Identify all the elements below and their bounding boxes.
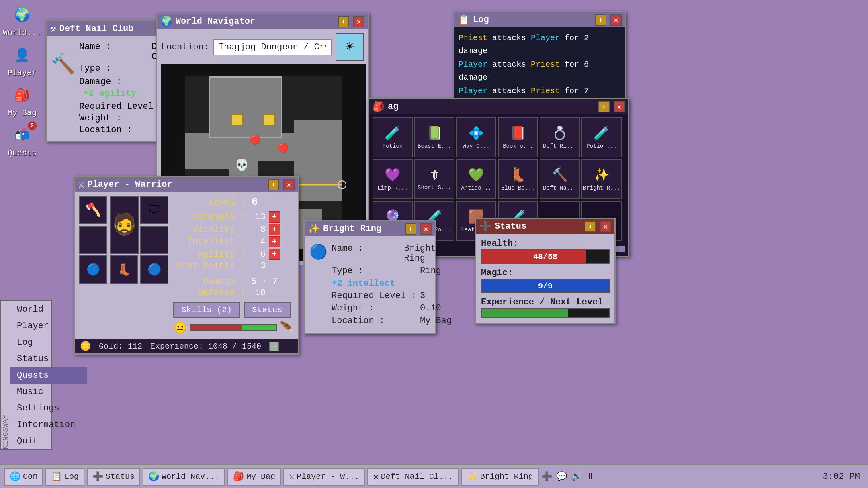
skills-button[interactable]: Skills (2) [173,302,240,318]
slot-empty2[interactable] [140,226,168,254]
status-minimize[interactable]: ⬇ [585,221,596,232]
inv-item-potion1[interactable]: 🧪 Potion [373,117,413,157]
inv-item-potion2[interactable]: 🧪 Potion... [581,117,622,157]
tb-world-nav[interactable]: 🌍 World Nav... [143,468,225,486]
potion2-name: Potion... [586,143,617,150]
inventory-close[interactable]: ✕ [614,101,625,112]
player-divider [173,274,294,274]
tb-mybag[interactable]: 🎒 My Bag [227,468,281,486]
damage-label: Damage : [173,277,246,287]
world-navigator-titlebar[interactable]: 🌍 World Navigator ⬇ ✕ [157,14,368,29]
cm-information[interactable]: Information [10,417,87,433]
cm-player[interactable]: Player [10,318,87,334]
player-win-title: Player - Warrior [87,180,264,190]
cm-music[interactable]: Music [10,384,87,400]
cm-quests[interactable]: Quests [10,367,87,384]
agility-plus[interactable]: + [269,249,280,260]
tb-com[interactable]: 🌐 Com [4,468,43,486]
location-input[interactable] [213,39,332,55]
cm-status[interactable]: Status [10,351,87,367]
br-type-label: Type : [332,266,420,276]
desktop-icon-world[interactable]: 🌍 World... [4,4,40,37]
strength-plus[interactable]: + [269,211,280,223]
level-row: Level : 6 [173,196,294,208]
br-type-value: Ring [420,266,441,276]
tb-log-label: Log [64,472,79,481]
slot-armor[interactable]: 🛡 [140,196,168,224]
strength-row: Strength : 13 + [173,211,294,223]
desktop-icon-player[interactable]: 👤 Player [4,44,40,78]
status-button[interactable]: Status [244,302,291,318]
inv-item-deft-na[interactable]: 🔨 Deft Na... [540,159,580,199]
log-player-1: Player [531,33,560,43]
intellect-row: Intellect : 4 + [173,236,294,247]
cm-world[interactable]: World [10,301,87,318]
status-close[interactable]: ✕ [600,221,611,232]
tb-world-nav-icon: 🌍 [148,471,159,482]
inv-item-way-c[interactable]: 💠 Way C... [456,117,496,157]
player-win-minimize[interactable]: ⬇ [268,179,279,190]
br-weight-value: 0.10 [420,303,441,313]
br-location-label: Location : [332,316,420,326]
vitality-plus[interactable]: + [269,224,280,235]
cm-quit[interactable]: Quit [10,433,87,449]
exp-value: Experience: 1048 / 1540 [150,342,261,351]
strength-label: Strength : [173,212,246,222]
sys-icon-pause[interactable]: ⏸ [586,471,595,482]
taskbar-time: 3:02 PM [823,472,864,482]
tb-status[interactable]: ➕ Status [87,468,140,486]
desktop-icon-mybag[interactable]: 🎒 My Bag [4,84,40,118]
br-bonus: +2 intellect [332,278,395,288]
log-close[interactable]: ✕ [610,14,622,26]
tb-bright-ring[interactable]: ✨ Bright Ring [461,468,539,486]
inv-item-short-s[interactable]: 🗡 Short S... [414,159,454,199]
sys-icon-chat[interactable]: 💬 [556,471,567,482]
sys-icon-plus[interactable]: ➕ [541,471,552,482]
log-minimize[interactable]: ⬇ [595,14,606,26]
slot-ring[interactable]: 🔵 [79,255,107,284]
map-corner-icon: ☀ [336,33,364,61]
world-nav-minimize[interactable]: ⬇ [338,16,349,27]
gold-value: Gold: 112 [99,342,142,351]
inv-item-antido[interactable]: 💚 Antido... [456,159,496,199]
bright-ring-close[interactable]: ✕ [420,223,432,235]
log-titlebar[interactable]: 📋 Log ⬇ ✕ [454,12,625,27]
tb-player-w[interactable]: ⚔ Player - W... [283,468,365,486]
slot-empty1[interactable] [79,226,107,254]
inv-item-bright-r[interactable]: ✨ Bright R... [581,159,622,199]
sys-icon-volume[interactable]: 🔊 [571,471,582,482]
tb-world-nav-label: World Nav... [162,472,219,481]
player-win-close[interactable]: ✕ [283,179,295,190]
inv-item-book[interactable]: 📕 Book o... [498,117,538,157]
log-priest-1: Priest [459,33,487,43]
status-win-title: Status [495,221,581,231]
bright-ring-minimize[interactable]: ⬇ [405,223,416,235]
svg-rect-3 [209,76,282,137]
tb-log[interactable]: 📋 Log [45,468,84,486]
health-bar-label: Health: [481,239,610,249]
exp-expand-btn[interactable]: + [269,342,279,351]
inventory-minimize[interactable]: ⬇ [598,101,610,112]
health-mini-bar [190,324,277,331]
status-titlebar[interactable]: ➕ Status ⬇ ✕ [476,219,614,234]
inv-item-blue-bo[interactable]: 👢 Blue Bo... [498,159,538,199]
intellect-plus[interactable]: + [269,236,280,247]
world-nav-close[interactable]: ✕ [353,16,364,27]
slot-axe[interactable]: 🪓 [79,196,107,224]
player-titlebar[interactable]: ⚔ Player - Warrior ⬇ ✕ [75,177,298,192]
inventory-titlebar[interactable]: 🎒 ag ⬇ ✕ [369,99,628,114]
strength-value: 13 [246,212,266,222]
slot-shield[interactable]: 🔵 [140,255,168,284]
cm-settings[interactable]: Settings [10,400,87,417]
inv-item-deft-ri[interactable]: 💍 Deft Ri... [540,117,580,157]
inv-item-beast-e[interactable]: 📗 Beast E... [414,117,454,157]
inv-item-limp-r[interactable]: 💜 Limp R... [373,159,413,199]
tb-deft-nail[interactable]: ⚒ Deft Nail Cl... [367,468,459,486]
cm-log[interactable]: Log [10,334,87,351]
slot-boots[interactable]: 👢 [110,255,138,284]
desktop-icon-quests[interactable]: 📬 2 Quests [4,125,40,158]
bright-ring-titlebar[interactable]: ✨ Bright Ring ⬇ ✕ [305,221,435,236]
magic-bar-label: Magic: [481,268,610,278]
bright-ring-win-icon: ✨ [308,223,320,235]
slot-portrait: 🧔 [110,196,139,254]
